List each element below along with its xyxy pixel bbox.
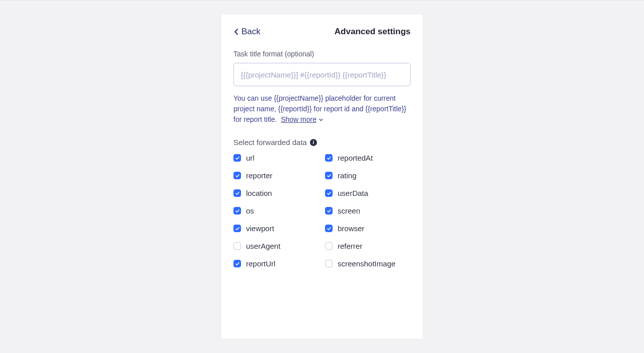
- checkbox-box-viewport[interactable]: [233, 225, 241, 232]
- checkbox-reportUrl[interactable]: reportUrl: [233, 259, 319, 268]
- checkbox-label-location: location: [246, 189, 272, 197]
- settings-card: Back Advanced settings Task title format…: [221, 15, 423, 339]
- checkbox-screen[interactable]: screen: [325, 206, 411, 215]
- checkbox-viewport[interactable]: viewport: [233, 224, 319, 233]
- checkmark-icon: [235, 191, 240, 196]
- checkbox-label-reportedAt: reportedAt: [338, 154, 373, 162]
- checkbox-location[interactable]: location: [233, 189, 319, 197]
- forwarded-data-label-text: Select forwarded data: [233, 138, 307, 147]
- checkmark-icon: [327, 156, 332, 161]
- checkbox-label-rating: rating: [338, 171, 357, 180]
- checkbox-label-userData: userData: [338, 189, 368, 197]
- back-button[interactable]: Back: [233, 27, 261, 37]
- checkmark-icon: [327, 208, 332, 214]
- checkmark-icon: [327, 191, 332, 196]
- checkmark-icon: [235, 173, 240, 178]
- checkbox-screenshotImage[interactable]: screenshotImage: [325, 259, 411, 268]
- checkbox-label-reportUrl: reportUrl: [246, 259, 275, 268]
- checkbox-box-url[interactable]: [233, 154, 241, 162]
- checkmark-icon: [235, 208, 240, 214]
- checkmark-icon: [327, 173, 332, 178]
- checkbox-box-reporter[interactable]: [233, 172, 241, 179]
- checkbox-box-userAgent[interactable]: [233, 242, 241, 250]
- checkbox-userData[interactable]: userData: [325, 189, 411, 197]
- checkbox-box-userData[interactable]: [325, 189, 333, 197]
- checkbox-box-browser[interactable]: [325, 225, 333, 232]
- checkbox-label-viewport: viewport: [246, 224, 274, 233]
- checkbox-box-location[interactable]: [233, 189, 241, 197]
- checkbox-label-url: url: [246, 154, 255, 162]
- show-more-label: Show more: [281, 114, 316, 125]
- checkbox-reporter[interactable]: reporter: [233, 171, 319, 180]
- back-label: Back: [242, 27, 261, 37]
- checkbox-label-screen: screen: [338, 206, 360, 215]
- checkbox-box-reportUrl[interactable]: [233, 260, 241, 267]
- forwarded-data-label: Select forwarded data i: [233, 138, 317, 147]
- checkbox-box-os[interactable]: [233, 207, 241, 215]
- checkbox-box-rating[interactable]: [325, 172, 333, 179]
- forwarded-data-section: Select forwarded data i urlreportedAtrep…: [233, 138, 411, 268]
- checkbox-box-referrer[interactable]: [325, 242, 333, 250]
- checkbox-label-screenshotImage: screenshotImage: [338, 259, 395, 268]
- page-title: Advanced settings: [335, 27, 411, 37]
- helper-text: You can use {{projectName}} placeholder …: [233, 93, 411, 125]
- card-header: Back Advanced settings: [233, 27, 411, 37]
- forwarded-data-grid: urlreportedAtreporterratinglocationuserD…: [233, 154, 411, 268]
- checkmark-icon: [235, 261, 240, 266]
- checkbox-box-reportedAt[interactable]: [325, 154, 333, 162]
- checkmark-icon: [235, 156, 240, 161]
- checkbox-browser[interactable]: browser: [325, 224, 411, 233]
- checkbox-rating[interactable]: rating: [325, 171, 411, 180]
- checkbox-label-reporter: reporter: [246, 171, 273, 180]
- chevron-left-icon: [233, 28, 239, 35]
- checkbox-url[interactable]: url: [233, 154, 319, 162]
- checkmark-icon: [327, 226, 332, 231]
- checkbox-reportedAt[interactable]: reportedAt: [325, 154, 411, 162]
- checkbox-label-referrer: referrer: [338, 242, 362, 250]
- checkbox-referrer[interactable]: referrer: [325, 242, 411, 250]
- checkbox-label-os: os: [246, 206, 254, 215]
- show-more-link[interactable]: Show more: [281, 114, 324, 125]
- checkbox-box-screenshotImage[interactable]: [325, 260, 333, 267]
- checkbox-box-screen[interactable]: [325, 207, 333, 215]
- checkmark-icon: [235, 226, 240, 231]
- chevron-down-icon: [318, 117, 324, 122]
- task-title-input[interactable]: [233, 63, 411, 86]
- checkbox-userAgent[interactable]: userAgent: [233, 242, 319, 250]
- task-title-label: Task title format (optional): [233, 50, 411, 58]
- checkbox-os[interactable]: os: [233, 206, 319, 215]
- checkbox-label-userAgent: userAgent: [246, 242, 280, 250]
- checkbox-label-browser: browser: [338, 224, 364, 233]
- info-icon[interactable]: i: [310, 139, 317, 146]
